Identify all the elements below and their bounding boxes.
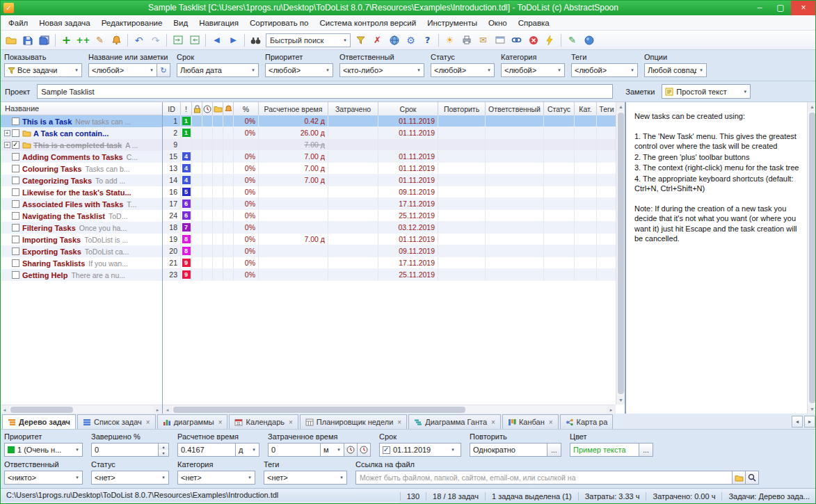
spin-down-icon[interactable]: ▾	[159, 450, 168, 456]
task-grid-row[interactable]: 1540%7.00 д01.11.2019	[163, 151, 617, 163]
task-checkbox[interactable]	[12, 177, 19, 184]
task-checkbox[interactable]	[12, 188, 19, 196]
recurrence-field-more-button[interactable]: ...	[547, 443, 561, 457]
notes-button[interactable]: ✎	[564, 33, 580, 48]
menu-version-control[interactable]: Система контроля версий	[314, 17, 422, 29]
task-grid-row[interactable]: 1650%09.11.2019	[163, 186, 617, 198]
task-grid-row[interactable]: 2190%17.11.2019	[163, 257, 617, 269]
browse-file-button[interactable]	[733, 471, 746, 485]
task-tree-row[interactable]: Categorizing TasksTo add ...	[0, 174, 162, 186]
percent-field-input[interactable]: 0	[91, 443, 159, 457]
column-header-category[interactable]: Кат.	[575, 102, 597, 115]
task-tree-row[interactable]: Associated Files with TasksT...	[0, 198, 162, 210]
filter-assignee-combo[interactable]: <кто-либо>▾	[339, 63, 424, 77]
task-checkbox[interactable]	[12, 259, 19, 267]
estimate-field-input[interactable]: 0.4167	[177, 443, 236, 457]
preferences-button[interactable]: ⚙	[403, 33, 419, 48]
tab-kanban[interactable]: Канбан×	[502, 414, 559, 429]
menu-edit[interactable]: Редактирование	[96, 17, 168, 29]
close-tab-icon[interactable]: ×	[491, 418, 495, 426]
column-header-id[interactable]: ID	[163, 102, 181, 115]
task-tree-row[interactable]: +A Task can contain...	[0, 127, 162, 139]
delete-task-button[interactable]	[525, 33, 541, 48]
due-field-input[interactable]: 01.11.2019▾	[379, 443, 461, 457]
tabs-scroll-left-icon[interactable]: ◂	[792, 416, 803, 428]
task-checkbox[interactable]	[12, 271, 19, 279]
close-tab-icon[interactable]: ×	[146, 418, 150, 426]
tab-gantt[interactable]: Диаграмма Ганта×	[408, 414, 501, 429]
scroll-right-icon[interactable]: ▸	[607, 405, 616, 414]
expand-icon[interactable]: +	[4, 142, 10, 148]
column-header-spent[interactable]: Затрачено	[328, 102, 378, 115]
scroll-left-icon[interactable]: ◂	[0, 405, 9, 414]
task-grid-row[interactable]: 2080%09.11.2019	[163, 245, 617, 257]
task-tree-row[interactable]: Colouring TasksTasks can b...	[0, 163, 162, 174]
task-tree-row[interactable]: Filtering TasksOnce you ha...	[0, 222, 162, 234]
maximize-button[interactable]: ▢	[770, 0, 791, 15]
assignee-field-combo[interactable]: <никто>▾	[4, 471, 83, 485]
tab-mind-map[interactable]: Карта ра	[560, 414, 614, 429]
edit-task-button[interactable]: ✎	[92, 33, 108, 48]
task-tree-row[interactable]: Adding Comments to TasksC...	[0, 151, 162, 163]
timer-button[interactable]	[542, 33, 558, 48]
maximize-comments-button[interactable]	[186, 33, 202, 48]
spin-up-icon[interactable]: ▴	[159, 444, 168, 450]
print-button[interactable]	[458, 33, 474, 48]
column-header-reminder[interactable]	[223, 102, 234, 115]
task-grid-row[interactable]: 1760%17.11.2019	[163, 198, 617, 210]
close-button[interactable]: ×	[791, 0, 816, 15]
filter-show-combo[interactable]: Все задачи▾	[4, 63, 82, 77]
due-date-checkbox[interactable]	[383, 446, 390, 454]
task-checkbox[interactable]	[12, 165, 19, 172]
column-header-priority[interactable]: !	[181, 102, 192, 115]
task-checkbox[interactable]	[12, 247, 19, 255]
task-checkbox[interactable]	[12, 129, 19, 137]
forward-button[interactable]: ▶	[225, 33, 241, 48]
task-tree-row[interactable]: Likewise for the task's Statu...	[0, 186, 162, 198]
column-header-due[interactable]: Срок	[378, 102, 438, 115]
chevron-down-icon[interactable]: ▾	[448, 447, 458, 453]
filter-button[interactable]	[353, 33, 369, 48]
column-header-time[interactable]	[202, 102, 213, 115]
new-task-button[interactable]: +	[58, 33, 74, 48]
back-button[interactable]: ◀	[209, 33, 225, 48]
tab-calendar[interactable]: 31Календарь×	[229, 414, 298, 429]
grid-horizontal-scrollbar[interactable]: ◂ ▸	[163, 405, 616, 414]
scroll-down-icon[interactable]: ▼	[808, 405, 816, 414]
email-button[interactable]: ✉	[475, 33, 491, 48]
priority-field-combo[interactable]: 1 (Очень н...▾	[4, 443, 83, 457]
clear-filter-button[interactable]: ✗	[369, 33, 385, 48]
filter-category-combo[interactable]: <любой>▾	[501, 63, 565, 77]
task-tree-row[interactable]: Getting HelpThere are a nu...	[0, 269, 162, 281]
menu-tools[interactable]: Инструменты	[422, 17, 483, 29]
task-tree-row[interactable]: Importing TasksToDoList is ...	[0, 234, 162, 245]
scroll-right-icon[interactable]: ▸	[153, 405, 162, 414]
scroll-left-icon[interactable]: ◂	[163, 405, 172, 414]
status-field-combo[interactable]: <нет>▾	[91, 471, 169, 485]
close-tab-icon[interactable]: ×	[397, 418, 401, 426]
tree-horizontal-scrollbar[interactable]: ◂ ▸	[0, 405, 162, 414]
sync-button[interactable]	[581, 33, 597, 48]
spent-field-input[interactable]: 0	[268, 443, 321, 457]
menu-sort-by[interactable]: Сортировать по	[244, 17, 314, 29]
recurrence-field-combo[interactable]: Однократно	[470, 443, 547, 457]
task-tree-row[interactable]: This is a TaskNew tasks can ...	[0, 115, 162, 127]
task-grid-row[interactable]: 210%26.00 д01.11.2019	[163, 127, 617, 139]
task-checkbox[interactable]	[12, 212, 19, 220]
close-tab-icon[interactable]: ×	[549, 418, 553, 426]
spellcheck-button[interactable]: ☀	[442, 33, 458, 48]
quick-search-input[interactable]: Быстрый поиск▾	[266, 33, 351, 47]
task-grid-row[interactable]: 1340%7.00 д01.11.2019	[163, 163, 617, 174]
close-tab-icon[interactable]: ×	[289, 418, 293, 426]
menu-view[interactable]: Вид	[168, 17, 193, 29]
filter-title-combo[interactable]: <любой>▾	[88, 63, 157, 77]
redo-button[interactable]: ↷	[147, 33, 163, 48]
project-input[interactable]	[37, 84, 613, 99]
tags-field-combo[interactable]: <нет>▾	[264, 471, 347, 485]
column-header-tags[interactable]: Теги	[597, 102, 617, 115]
task-checkbox[interactable]	[12, 153, 19, 161]
scroll-thumb[interactable]	[173, 407, 465, 413]
filter-options-combo[interactable]: Любой совпад...▾	[644, 63, 707, 77]
task-checkbox[interactable]	[12, 236, 19, 243]
minimize-button[interactable]: –	[749, 0, 770, 15]
